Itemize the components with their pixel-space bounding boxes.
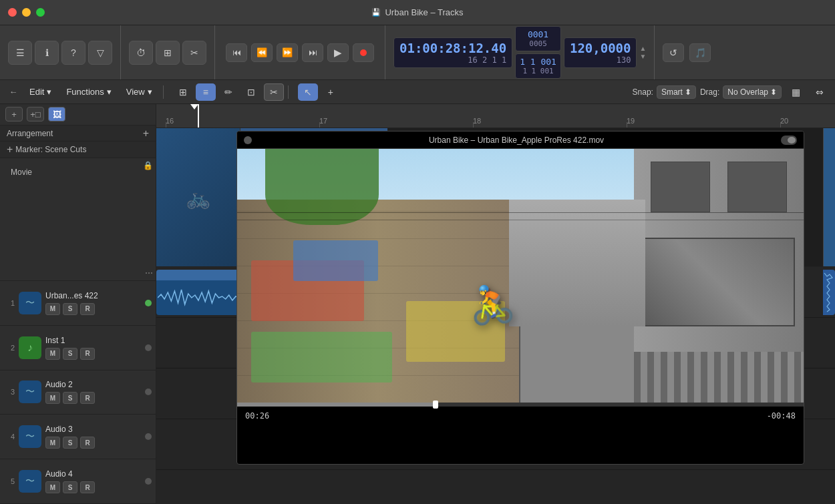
video-content: 🚴 <box>237 149 804 403</box>
video-progress-thumb <box>433 401 438 409</box>
help-button[interactable]: ? <box>61 41 86 65</box>
arrangement-add-button[interactable]: + <box>143 128 149 140</box>
arrangement-header: Arrangement + <box>0 125 156 142</box>
marquee-tool-button[interactable]: ⊡ <box>241 83 261 101</box>
track-status-dot-3 <box>145 389 152 395</box>
clip-header-1 <box>156 270 240 280</box>
tempo-arrows[interactable]: ▲ ▼ <box>639 45 646 60</box>
levels-button[interactable]: ▦ <box>786 83 806 101</box>
info-button[interactable]: ℹ <box>35 41 59 65</box>
video-titlebar: Urban Bike – Urban Bike_Apple ProRes 422… <box>237 132 804 149</box>
track-solo-5[interactable]: S <box>63 481 77 493</box>
add-track-type-button[interactable]: +□ <box>27 107 44 121</box>
track-solo-3[interactable]: S <box>63 392 77 404</box>
track-name-5: Audio 4 <box>45 469 138 479</box>
pencil-tool-button[interactable]: ✏ <box>218 83 238 101</box>
timecode-display[interactable]: 01:00:28:12.40 16 2 1 1 <box>393 37 512 68</box>
track-solo-4[interactable]: S <box>63 437 77 449</box>
tune-button[interactable]: 🎵 <box>689 43 711 62</box>
library-button[interactable]: ☰ <box>8 41 32 65</box>
track-icon-1: 〜 <box>19 292 41 314</box>
ruler-mark-16: 16 <box>166 117 174 125</box>
track-controls-5: M S R <box>45 481 138 493</box>
track-info-2: Inst 1 M S R <box>41 336 142 360</box>
snap-select[interactable]: Smart ⬍ <box>657 85 696 99</box>
edit-menu[interactable]: Edit ▾ <box>23 84 58 99</box>
add-track-button[interactable]: + <box>5 107 23 121</box>
ruler-line-18 <box>473 122 474 128</box>
timeline-area: 16 17 18 19 20 🚲 <box>156 104 835 504</box>
minimize-button[interactable] <box>22 8 31 17</box>
fast-forward-button[interactable]: ⏩ <box>277 43 298 62</box>
rewind-button[interactable]: ⏪ <box>251 43 273 62</box>
view-menu[interactable]: View ▾ <box>120 84 159 99</box>
traffic-lights <box>8 8 45 17</box>
track-solo-2[interactable]: S <box>63 348 77 360</box>
track-number-3: 3 <box>4 388 15 396</box>
window-title: 💾 Urban Bike – Tracks <box>371 7 463 17</box>
cut-tool-button[interactable]: ✂ <box>264 83 284 101</box>
track-record-2[interactable]: R <box>80 348 95 360</box>
media-browser-button[interactable]: 🖼 <box>48 107 65 121</box>
close-button[interactable] <box>8 8 17 17</box>
record-button[interactable] <box>353 43 374 62</box>
video-toggle[interactable] <box>781 136 797 145</box>
sync-button[interactable]: ↺ <box>663 43 684 62</box>
tempo-up-arrow[interactable]: ▲ <box>639 45 646 52</box>
transport-controls: ⏮ ⏪ ⏩ ⏭ ▶ <box>215 25 385 79</box>
drag-select[interactable]: No Overlap ⬍ <box>723 85 782 99</box>
rewind-to-start-button[interactable]: ⏮ <box>226 43 247 62</box>
video-progressbar[interactable] <box>237 403 804 407</box>
track-record-1[interactable]: R <box>80 303 95 315</box>
audio-clip-1-track1[interactable] <box>156 270 240 315</box>
track-dots-menu-icon[interactable]: ⋯ <box>145 268 153 278</box>
video-preview-frame[interactable]: Urban Bike – Urban Bike_Apple ProRes 422… <box>236 131 804 465</box>
ruler-mark-20: 20 <box>780 117 788 125</box>
track-solo-1[interactable]: S <box>63 303 77 315</box>
scissors-button[interactable]: ✂ <box>182 41 206 65</box>
separator-1 <box>163 85 164 99</box>
movie-track-header: Movie 🔒 ⋯ <box>0 158 156 281</box>
plus-tool-button[interactable]: + <box>321 83 341 101</box>
resize-button[interactable]: ⇔ <box>810 83 830 101</box>
functions-menu[interactable]: Functions ▾ <box>59 84 118 99</box>
playhead-triangle <box>190 104 198 109</box>
movie-track-content: 🚲 Urban Bike_Apple ProR... Urban Bike – … <box>156 128 835 267</box>
track-header-toolbar: + +□ 🖼 <box>0 104 156 125</box>
view-tools: ⊞ ≡ ✏ ⊡ ✂ <box>173 83 284 101</box>
marker-add-button[interactable]: + <box>7 144 13 156</box>
disk-icon: 💾 <box>371 8 381 17</box>
menu-right-controls: Snap: Smart ⬍ Drag: No Overlap ⬍ ▦ ⇔ <box>633 83 830 101</box>
track-mute-4[interactable]: M <box>45 437 60 449</box>
ruler-line-17 <box>319 122 320 128</box>
track-number-1: 1 <box>4 299 15 307</box>
go-to-end-button[interactable]: ⏭ <box>302 43 323 62</box>
grid-view-button[interactable]: ⊞ <box>173 83 193 101</box>
track-record-3[interactable]: R <box>80 392 95 404</box>
track-mute-3[interactable]: M <box>45 392 60 404</box>
track-mute-2[interactable]: M <box>45 348 60 360</box>
maximize-button[interactable] <box>36 8 45 17</box>
track-number-4: 4 <box>4 433 15 441</box>
list-view-button[interactable]: ≡ <box>196 83 216 101</box>
ruler-mark-19: 19 <box>627 117 635 125</box>
metronome-button[interactable]: ⏱ <box>129 41 153 65</box>
smart-controls-button[interactable]: ⊞ <box>156 41 180 65</box>
audio-track-5-content[interactable] <box>156 470 835 504</box>
track-status-dot-4 <box>145 433 152 440</box>
tempo-display[interactable]: 120,0000 130 <box>564 37 637 68</box>
track-record-5[interactable]: R <box>80 481 95 493</box>
pointer-tool-button[interactable]: ↖ <box>298 83 318 101</box>
timeline-ruler: 16 17 18 19 20 <box>156 104 835 128</box>
smpte-display: 0001 0005 <box>515 26 561 51</box>
browser-button[interactable]: ▽ <box>88 41 112 65</box>
track-record-4[interactable]: R <box>80 437 95 449</box>
play-button[interactable]: ▶ <box>327 43 349 62</box>
track-mute-1[interactable]: M <box>45 303 60 315</box>
track-status-dot-2 <box>145 344 152 351</box>
track-mute-5[interactable]: M <box>45 481 60 493</box>
tempo-down-arrow[interactable]: ▼ <box>639 53 646 60</box>
track-info-5: Audio 4 M S R <box>41 469 142 493</box>
back-button[interactable]: ← <box>5 84 21 100</box>
track-controls-1: M S R <box>45 303 138 315</box>
